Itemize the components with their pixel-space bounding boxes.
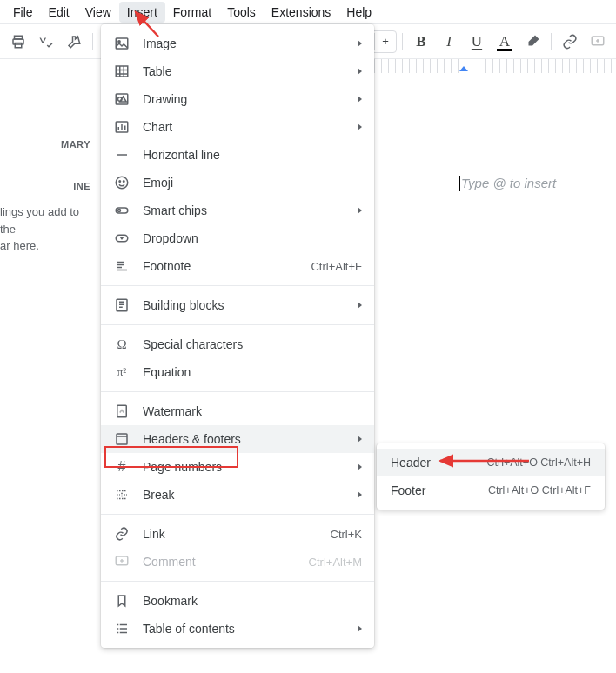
link-icon — [113, 525, 131, 543]
menu-tools[interactable]: Tools — [219, 2, 264, 23]
menu-format[interactable]: Format — [165, 2, 219, 23]
chevron-right-icon — [358, 491, 362, 498]
menu-item-emoji[interactable]: Emoji — [101, 169, 374, 197]
doc-placeholder: Type @ to insert — [461, 176, 556, 190]
add-comment-icon[interactable] — [585, 29, 611, 55]
menu-item-building-blocks[interactable]: Building blocks — [101, 291, 374, 319]
menu-item-label: Dropdown — [143, 231, 362, 245]
submenu-label: Footer — [391, 483, 488, 497]
menu-item-dropdown[interactable]: Dropdown — [101, 224, 374, 252]
menu-item-label: Headers & footers — [143, 432, 351, 446]
menu-item-horizontal-line[interactable]: Horizontal line — [101, 141, 374, 169]
omega-icon: Ω — [113, 336, 131, 353]
comment-icon — [113, 553, 131, 570]
menu-item-label: Watermark — [143, 404, 362, 418]
menu-separator — [101, 514, 374, 515]
menu-item-break[interactable]: Break — [101, 481, 374, 509]
chevron-right-icon — [358, 625, 362, 632]
menu-item-headers-footers[interactable]: Headers & footers — [101, 425, 374, 453]
menu-item-label: Table of contents — [143, 622, 351, 636]
bookmark-icon — [113, 592, 131, 610]
page-numbers-icon: # — [113, 458, 131, 476]
svg-rect-18 — [117, 434, 127, 444]
menu-item-footnote[interactable]: Footnote Ctrl+Alt+F — [101, 252, 374, 280]
chevron-right-icon — [358, 436, 362, 443]
toolbar-separator — [402, 33, 403, 50]
menu-item-equation[interactable]: π² Equation — [101, 358, 374, 386]
menu-item-drawing[interactable]: Drawing — [101, 85, 374, 113]
menu-item-page-numbers[interactable]: # Page numbers — [101, 453, 374, 481]
spellcheck-icon[interactable] — [33, 29, 59, 55]
submenu-item-header[interactable]: Header Ctrl+Alt+O Ctrl+Alt+H — [377, 449, 605, 476]
building-blocks-icon — [113, 297, 131, 314]
submenu-shortcut: Ctrl+Alt+O Ctrl+Alt+H — [487, 456, 591, 469]
drawing-icon — [113, 90, 131, 108]
menu-item-watermark[interactable]: Watermark — [101, 397, 374, 425]
ruler[interactable] — [374, 59, 616, 73]
svg-point-12 — [124, 181, 125, 183]
highlight-button[interactable] — [519, 29, 546, 55]
summary-heading: MARY — [0, 139, 94, 150]
chevron-right-icon — [358, 123, 362, 130]
menu-shortcut: Ctrl+Alt+M — [309, 556, 362, 569]
insert-link-icon[interactable] — [557, 29, 583, 55]
svg-point-10 — [116, 177, 128, 189]
menu-help[interactable]: Help — [338, 2, 379, 23]
print-icon[interactable] — [5, 29, 31, 55]
menu-item-label: Emoji — [143, 176, 362, 190]
text-color-button[interactable]: A — [492, 29, 518, 55]
menu-item-label: Horizontal line — [143, 148, 362, 162]
document-page[interactable]: Type @ to insert — [374, 78, 616, 670]
submenu-shortcut: Ctrl+Alt+O Ctrl+Alt+F — [488, 484, 591, 496]
menu-item-label: Drawing — [143, 92, 351, 106]
menu-item-image[interactable]: Image — [101, 30, 374, 57]
chevron-right-icon — [358, 68, 362, 75]
menu-item-chart[interactable]: Chart — [101, 113, 374, 141]
menu-shortcut: Ctrl+Alt+F — [311, 260, 362, 273]
menu-separator — [101, 581, 374, 582]
menu-file[interactable]: File — [5, 2, 41, 23]
menu-item-label: Page numbers — [143, 460, 351, 474]
menu-item-table[interactable]: Table — [101, 57, 374, 85]
toolbar-separator — [551, 33, 552, 50]
menu-edit[interactable]: Edit — [41, 2, 77, 23]
menu-item-label: Bookmark — [143, 594, 362, 608]
table-icon — [113, 63, 131, 80]
outline-pane: MARY INE lings you add to the ar here. — [0, 61, 101, 255]
menu-item-label: Image — [143, 37, 351, 50]
menu-item-label: Building blocks — [143, 298, 351, 312]
menu-item-label: Smart chips — [143, 203, 351, 217]
footnote-icon — [113, 257, 131, 275]
break-icon — [113, 486, 131, 503]
menu-item-table-of-contents[interactable]: Table of contents — [101, 615, 374, 643]
chevron-right-icon — [358, 96, 362, 103]
submenu-item-footer[interactable]: Footer Ctrl+Alt+O Ctrl+Alt+F — [377, 476, 605, 504]
italic-button[interactable]: I — [436, 29, 462, 55]
menu-item-label: Link — [143, 527, 331, 541]
bold-button[interactable]: B — [408, 29, 434, 55]
menu-item-label: Equation — [143, 365, 362, 379]
paint-format-icon[interactable] — [61, 29, 87, 55]
menu-insert[interactable]: Insert — [119, 2, 165, 23]
chevron-right-icon — [358, 207, 362, 214]
insert-menu-dropdown: Image Table Drawing Chart Horizontal lin… — [101, 24, 374, 648]
horizontal-line-icon — [113, 146, 131, 163]
menu-item-special-characters[interactable]: Ω Special characters — [101, 330, 374, 358]
font-size-increase[interactable]: + — [375, 35, 396, 48]
menu-item-smart-chips[interactable]: Smart chips — [101, 197, 374, 224]
dropdown-icon — [113, 230, 131, 247]
menu-extensions[interactable]: Extensions — [264, 2, 338, 23]
menu-item-bookmark[interactable]: Bookmark — [101, 587, 374, 615]
menu-item-label: Comment — [143, 555, 309, 569]
watermark-icon — [113, 403, 131, 420]
outline-empty-text: lings you add to the ar here. — [0, 203, 94, 255]
svg-point-14 — [118, 210, 121, 212]
indent-marker[interactable] — [459, 66, 468, 71]
svg-rect-17 — [117, 405, 127, 417]
toolbar-separator — [92, 33, 93, 50]
menu-separator — [101, 285, 374, 286]
underline-button[interactable]: U — [464, 29, 490, 55]
menu-view[interactable]: View — [77, 2, 119, 23]
submenu-label: Header — [391, 456, 487, 470]
menu-item-link[interactable]: Link Ctrl+K — [101, 520, 374, 548]
